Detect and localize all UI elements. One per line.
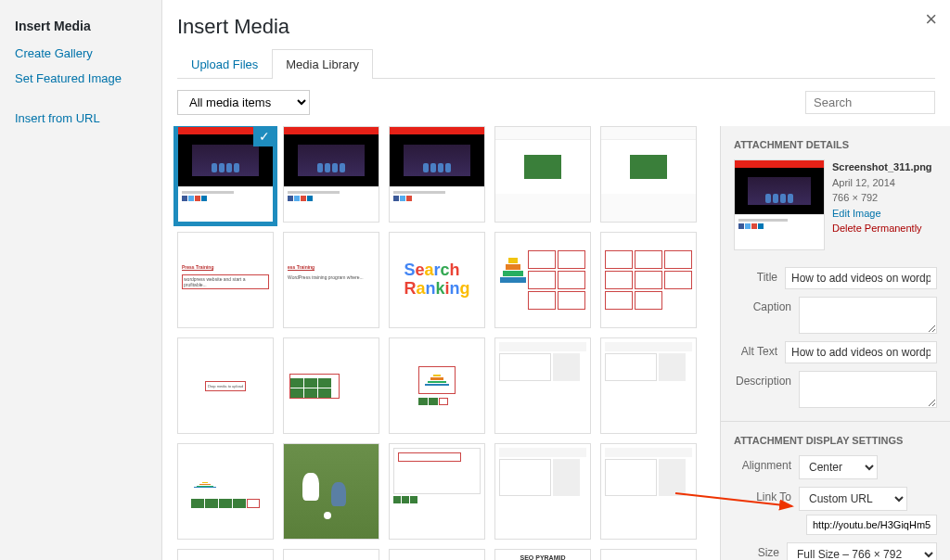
media-grid: ✓	[177, 126, 712, 560]
left-sidebar: Insert Media Create Gallery Set Featured…	[0, 0, 162, 560]
attachment-date: April 12, 2014	[832, 177, 895, 188]
media-thumb[interactable]: SEO PYRAMID	[494, 549, 591, 560]
page-title: Insert Media	[177, 15, 935, 39]
custom-url-input[interactable]	[806, 515, 937, 535]
search-input[interactable]	[805, 91, 935, 114]
description-label: Description	[734, 371, 799, 388]
media-thumb[interactable]: SearchRanking	[389, 232, 485, 328]
tab-upload-files[interactable]: Upload Files	[177, 49, 272, 79]
size-label: Size	[734, 542, 787, 559]
media-grid-scroll[interactable]: ✓	[162, 126, 720, 560]
media-thumb[interactable]	[283, 443, 379, 540]
tab-media-library[interactable]: Media Library	[272, 49, 373, 79]
media-thumb[interactable]	[389, 126, 485, 223]
attachment-details-heading: ATTACHMENT DETAILS	[734, 139, 937, 150]
media-thumb[interactable]	[389, 549, 485, 560]
media-thumb[interactable]: Press Trainingwordpress website and star…	[177, 232, 274, 328]
attachment-filename: Screenshot_311.png	[832, 159, 932, 175]
sidebar-link-featured-image[interactable]: Set Featured Image	[0, 66, 161, 91]
sidebar-link-insert-url[interactable]: Insert from URL	[0, 106, 161, 131]
alignment-label: Alignment	[734, 455, 799, 472]
caption-label: Caption	[734, 297, 799, 313]
tabs: Upload Files Media Library	[177, 48, 935, 79]
title-label: Title	[734, 267, 785, 284]
media-thumb[interactable]	[600, 443, 697, 540]
attachment-thumbnail	[734, 159, 825, 250]
title-input[interactable]	[785, 267, 937, 289]
linkto-select[interactable]: Custom URL	[799, 487, 907, 511]
media-thumb[interactable]	[283, 126, 379, 223]
size-select[interactable]: Full Size – 766 × 792	[787, 542, 937, 560]
sidebar-link-create-gallery[interactable]: Create Gallery	[0, 41, 161, 66]
search-ranking-thumb: SearchRanking	[404, 261, 469, 299]
media-thumb[interactable]	[389, 337, 485, 434]
media-thumb[interactable]	[494, 232, 591, 328]
caption-input[interactable]	[799, 297, 937, 334]
media-thumb[interactable]: ✓	[177, 126, 274, 223]
delete-permanently-link[interactable]: Delete Permanently	[832, 221, 932, 236]
alttext-input[interactable]	[785, 341, 937, 363]
check-icon: ✓	[259, 129, 270, 144]
media-thumb[interactable]	[389, 443, 485, 540]
media-thumb[interactable]	[283, 549, 379, 560]
media-thumb[interactable]	[600, 337, 697, 434]
media-thumb[interactable]	[177, 443, 274, 540]
alttext-label: Alt Text	[734, 341, 785, 358]
edit-image-link[interactable]: Edit Image	[832, 206, 932, 222]
media-thumb[interactable]	[177, 549, 274, 560]
linkto-label: Link To	[734, 487, 799, 503]
media-thumb[interactable]	[600, 126, 697, 223]
media-thumb[interactable]	[494, 443, 591, 540]
sidebar-title: Insert Media	[0, 15, 161, 41]
close-button[interactable]: ×	[925, 7, 937, 32]
media-thumb[interactable]	[600, 549, 697, 560]
seo-pyramid-label: SEO PYRAMID	[520, 554, 565, 561]
description-input[interactable]	[799, 371, 937, 408]
media-thumb[interactable]	[283, 337, 379, 434]
media-filter-select[interactable]: All media items	[177, 90, 310, 115]
attachment-panel: ATTACHMENT DETAILS Screenshot_311.png Ap…	[720, 126, 950, 560]
display-settings-heading: ATTACHMENT DISPLAY SETTINGS	[734, 435, 937, 446]
media-thumb[interactable]	[494, 126, 591, 223]
alignment-select[interactable]: Center	[799, 455, 878, 479]
media-thumb[interactable]	[494, 337, 591, 434]
media-thumb[interactable]: Drop media to upload	[177, 337, 274, 434]
media-thumb[interactable]	[600, 232, 697, 328]
media-thumb[interactable]: ess TrainingWordPress training program w…	[283, 232, 379, 328]
attachment-dims: 766 × 792	[832, 192, 878, 203]
